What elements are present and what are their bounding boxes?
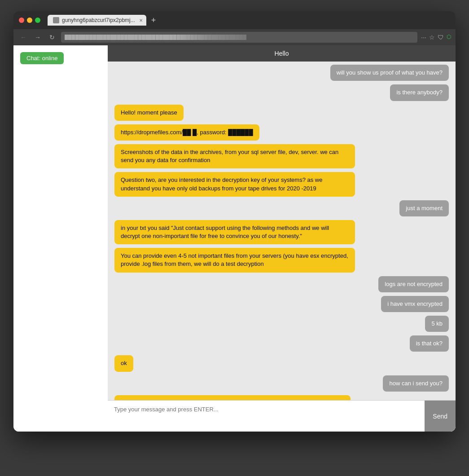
maximize-traffic-light[interactable] <box>35 18 40 23</box>
chat-input[interactable] <box>108 401 425 432</box>
message-bubble: 5 kb <box>425 316 449 332</box>
sidebar: Chat: online <box>13 45 108 432</box>
chat-header-title: Hello <box>275 50 289 57</box>
chat-messages[interactable]: hi, we are the IT departmentwill you sho… <box>108 62 456 400</box>
message-bubble: just a moment <box>399 200 449 216</box>
message-bubble: will you show us proof of what you have? <box>330 65 449 81</box>
tab-title: gunyhng6pabzcurl7ipx2pbmj... <box>62 17 135 23</box>
back-button[interactable]: ← <box>18 32 29 43</box>
toolbar-right: ··· ☆ 🛡 ⬡ <box>421 34 451 41</box>
active-tab[interactable]: gunyhng6pabzcurl7ipx2pbmj... ✕ <box>48 15 146 26</box>
close-traffic-light[interactable] <box>19 18 24 23</box>
chat-input-area: Send <box>108 400 456 432</box>
toolbar-menu-button[interactable]: ··· <box>421 34 426 41</box>
tab-bar: gunyhng6pabzcurl7ipx2pbmj... ✕ + <box>48 15 450 26</box>
message-bubble: i have vmx encrypted <box>381 296 449 312</box>
message-bubble: Just zip these files into a password arc… <box>114 395 351 400</box>
message-bubble: ok <box>114 355 133 371</box>
tab-close-button[interactable]: ✕ <box>138 17 144 23</box>
send-button[interactable]: Send <box>425 401 456 432</box>
chat-status-badge: Chat: online <box>20 52 64 64</box>
browser-toolbar: ← → ↻ ██████████████████████████████████… <box>13 29 456 45</box>
message-bubble: You can provide even 4-5 not important f… <box>114 248 355 272</box>
message-bubble: Hello! moment please <box>114 105 184 121</box>
address-text: ████████████████████████████████████████… <box>65 35 246 40</box>
message-bubble: how can i send you? <box>383 375 449 392</box>
minimize-traffic-light[interactable] <box>27 18 32 23</box>
tab-favicon <box>53 17 59 23</box>
chat-header: Hello <box>108 45 456 62</box>
traffic-lights <box>19 18 40 23</box>
message-bubble: is there anybody? <box>390 84 449 101</box>
forward-button[interactable]: → <box>32 32 43 43</box>
message-bubble: Question two, are you interested in the … <box>114 172 355 196</box>
message-bubble: https://dropmefiles.com/██ █, password: … <box>114 124 259 141</box>
browser-window: gunyhng6pabzcurl7ipx2pbmj... ✕ + ← → ↻ █… <box>13 11 456 432</box>
reload-button[interactable]: ↻ <box>47 32 57 43</box>
message-bubble: in your txt you said "Just contact suppo… <box>114 220 355 244</box>
address-bar[interactable]: ████████████████████████████████████████… <box>61 32 417 43</box>
bookmark-icon[interactable]: ☆ <box>429 34 435 41</box>
shield-icon: 🛡 <box>438 34 444 41</box>
message-bubble: Screenshots of the data in the archives,… <box>114 144 355 168</box>
browser-titlebar: gunyhng6pabzcurl7ipx2pbmj... ✕ + <box>13 11 456 29</box>
chat-container: Hello hi, we are the IT departmentwill y… <box>108 45 456 432</box>
new-tab-button[interactable]: + <box>148 15 159 26</box>
message-bubble: is that ok? <box>410 335 449 352</box>
browser-content: Chat: online Hello hi, we are the IT dep… <box>13 45 456 432</box>
extension-icon[interactable]: ⬡ <box>447 34 451 41</box>
message-bubble: logs are not encrypted <box>378 276 449 292</box>
